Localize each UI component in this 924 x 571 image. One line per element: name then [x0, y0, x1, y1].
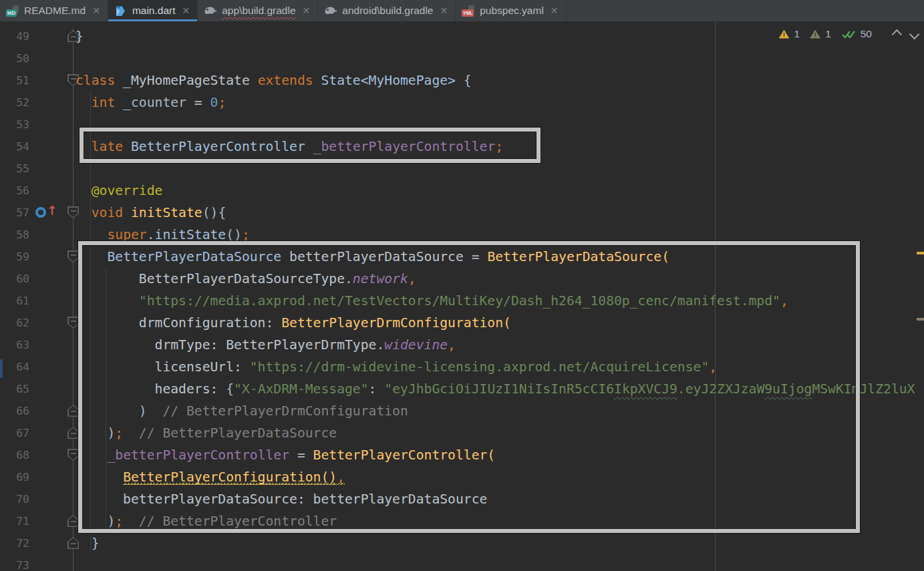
code-segment: widevine: [384, 337, 448, 353]
code-segment: "eyJhbGciOiJIUzI1NiIsInR5cCI6: [384, 381, 614, 397]
line-number: 49: [0, 25, 29, 47]
code-line-69[interactable]: BetterPlayerConfiguration(),: [75, 466, 345, 488]
code-segment: 0: [210, 95, 218, 110]
code-segment: (){: [202, 205, 226, 220]
override-marker-icon[interactable]: ↑: [35, 206, 55, 219]
code-segment: }: [75, 29, 84, 44]
code-segment: super: [107, 227, 146, 242]
tab-readme.md[interactable]: MDREADME.md✕: [0, 0, 108, 21]
code-line-68[interactable]: _betterPlayerController = BetterPlayerCo…: [75, 444, 495, 466]
editor-tab-bar: MDREADME.md✕main.dart✕app\build.gradle✕a…: [0, 0, 924, 22]
code-segment: licenseUrl:: [75, 359, 250, 375]
code-line-56[interactable]: @override: [75, 180, 162, 202]
next-issue-chevron-icon[interactable]: [909, 29, 920, 39]
code-line-49[interactable]: }: [75, 25, 84, 47]
error-stripe-warning-mark[interactable]: [917, 252, 924, 254]
code-segment: BetterPlayerDataSourceType: [75, 271, 345, 287]
markdown-file-icon: MD: [6, 5, 19, 17]
tab-android-build.gradle[interactable]: android\build.gradle✕: [318, 0, 456, 21]
gradle-file-icon: [324, 5, 337, 17]
tab-pubspec.yaml[interactable]: YMLpubspec.yaml✕: [456, 0, 566, 21]
code-segment: betterPlayerDataSource: [281, 249, 471, 264]
tab-app-build.gradle[interactable]: app\build.gradle✕: [198, 0, 318, 21]
code-line-54[interactable]: late BetterPlayerController _betterPlaye…: [75, 136, 503, 158]
line-number: 64: [0, 356, 29, 378]
code-segment: [75, 227, 107, 242]
code-segment: "X-AxDRM-Message": [234, 381, 369, 397]
code-segment: ): [75, 403, 162, 419]
code-segment: [75, 249, 107, 264]
code-segment: [75, 95, 92, 110]
line-number: 53: [0, 114, 29, 136]
tab-close-icon[interactable]: ✕: [438, 6, 449, 15]
code-line-72[interactable]: }: [75, 532, 100, 554]
code-segment: "https://media.axprod.net/TestVectors/Mu…: [139, 293, 780, 309]
code-segment: IkpXVCJ9: [614, 381, 677, 397]
code-segment: [75, 205, 92, 220]
code-line-51[interactable]: class _MyHomePageState extends State<MyH…: [75, 69, 472, 91]
line-number: 70: [0, 488, 29, 510]
code-segment: late: [92, 139, 123, 154]
code-line-59[interactable]: BetterPlayerDataSource betterPlayerDataS…: [75, 246, 669, 268]
code-segment: BetterPlayerDataSource(: [487, 249, 669, 264]
line-number: 71: [0, 510, 29, 532]
line-number: 58: [0, 224, 29, 246]
line-number: 55: [0, 158, 29, 180]
code-line-58[interactable]: super.initState();: [75, 224, 250, 246]
previous-issue-chevron-icon[interactable]: [892, 29, 903, 39]
line-number: 69: [0, 466, 29, 488]
tab-close-icon[interactable]: ✕: [301, 6, 312, 15]
code-segment: ,: [408, 271, 416, 287]
code-segment: ): [75, 425, 115, 441]
code-line-63[interactable]: drmType: BetterPlayerDrmType.widevine,: [75, 334, 456, 356]
code-segment: "https://drm-widevine-licensing.axprod.n…: [250, 359, 709, 375]
tab-close-icon[interactable]: ✕: [549, 6, 560, 15]
code-line-61[interactable]: "https://media.axprod.net/TestVectors/Mu…: [75, 290, 788, 312]
code-segment: int: [92, 95, 116, 110]
line-number: 56: [0, 180, 29, 202]
fold-connector-line: [73, 28, 73, 571]
code-segment: }: [75, 536, 100, 551]
code-line-70[interactable]: betterPlayerDataSource: betterPlayerData…: [75, 488, 487, 510]
tab-close-icon[interactable]: ✕: [91, 6, 102, 15]
code-segment: BetterPlayerController(: [313, 447, 496, 463]
code-line-67[interactable]: ); // BetterPlayerDataSource: [75, 422, 337, 444]
code-line-71[interactable]: ); // BetterPlayerController: [75, 510, 337, 532]
code-segment: .eyJ2ZXJzaW: [677, 381, 764, 397]
inspections-passed-count: 50: [861, 28, 872, 40]
code-line-62[interactable]: drmConfiguration: BetterPlayerDrmConfigu…: [75, 312, 511, 334]
code-line-64[interactable]: licenseUrl: "https://drm-widevine-licens…: [75, 356, 717, 378]
code-segment: ): [75, 514, 115, 529]
code-segment: ;: [115, 425, 123, 441]
line-number: 50: [0, 47, 29, 69]
line-number: 52: [0, 91, 29, 114]
code-segment: ,: [448, 337, 456, 353]
dart-file-icon: [114, 5, 128, 17]
code-segment: // BetterPlayerDataSource: [123, 425, 337, 441]
code-line-60[interactable]: BetterPlayerDataSourceType.network,: [75, 268, 416, 290]
code-segment: // BetterPlayerController: [123, 514, 337, 529]
code-line-66[interactable]: ) // BetterPlayerDrmConfiguration: [75, 400, 408, 422]
warning-count: 1: [794, 28, 800, 40]
code-line-52[interactable]: int _counter = 0;: [75, 91, 226, 114]
code-line-65[interactable]: headers: {"X-AxDRM-Message": "eyJhbGciOi…: [75, 378, 915, 400]
inspections-passed-icon[interactable]: [841, 29, 856, 39]
error-stripe-weak-mark[interactable]: [917, 318, 924, 321]
code-segment: void: [92, 205, 123, 220]
tab-main.dart[interactable]: main.dart✕: [108, 0, 198, 21]
line-number: 61: [0, 290, 29, 312]
code-editor[interactable]: 49}5051class _MyHomePageState extends St…: [0, 21, 924, 571]
weak-warning-icon[interactable]: !: [810, 30, 820, 39]
line-number: 72: [0, 532, 29, 554]
warning-icon[interactable]: !: [779, 30, 790, 39]
code-segment: class: [75, 73, 115, 88]
code-segment: {: [226, 381, 234, 397]
code-line-57[interactable]: void initState(){: [75, 202, 226, 224]
tab-close-icon[interactable]: ✕: [181, 6, 192, 15]
code-segment: ,: [780, 293, 788, 309]
line-number: 65: [0, 378, 29, 400]
code-segment: 9uIjog: [764, 381, 812, 397]
line-number: 63: [0, 334, 29, 356]
code-segment: .: [376, 337, 384, 353]
code-segment: [75, 447, 107, 463]
